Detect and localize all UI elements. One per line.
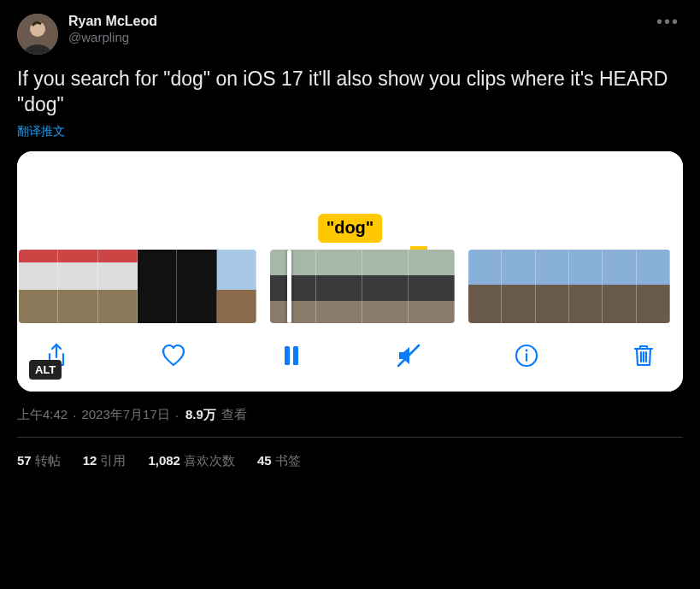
tweet-date[interactable]: 2023年7月17日 <box>81 407 169 423</box>
svg-rect-2 <box>285 346 290 365</box>
svg-point-6 <box>525 349 527 351</box>
views-label: 查看 <box>221 407 247 423</box>
info-icon[interactable] <box>511 340 542 371</box>
tweet-header: Ryan McLeod @warpling ••• <box>17 14 683 55</box>
media-top-area: "dog" <box>17 151 683 250</box>
media-attachment[interactable]: "dog" <box>17 151 683 392</box>
clip-thumbnail-group-3[interactable] <box>468 250 670 323</box>
quotes-stat[interactable]: 12引用 <box>83 453 126 469</box>
tweet-text: If you search for "dog" on iOS 17 it'll … <box>17 67 683 118</box>
svg-rect-3 <box>293 346 298 365</box>
likes-stat[interactable]: 1,082喜欢次数 <box>148 453 235 469</box>
tweet-meta: 上午4:42 · 2023年7月17日 · 8.9万 查看 <box>17 392 683 438</box>
playhead[interactable] <box>287 250 291 323</box>
trash-icon[interactable] <box>628 340 659 371</box>
tweet-stats: 57转帖 12引用 1,082喜欢次数 45书签 <box>17 438 683 469</box>
video-timeline[interactable] <box>17 250 683 323</box>
mute-icon[interactable] <box>393 340 424 371</box>
user-handle[interactable]: @warpling <box>68 30 157 44</box>
alt-badge[interactable]: ALT <box>29 360 62 380</box>
views-count[interactable]: 8.9万 <box>185 407 216 423</box>
pause-icon[interactable] <box>276 340 307 371</box>
display-name[interactable]: Ryan McLeod <box>68 14 157 29</box>
avatar[interactable] <box>17 14 58 55</box>
more-icon[interactable]: ••• <box>653 14 683 29</box>
retweets-stat[interactable]: 57转帖 <box>17 453 61 469</box>
translate-link[interactable]: 翻译推文 <box>17 124 65 139</box>
media-toolbar <box>17 323 683 392</box>
clip-thumbnail-group-1[interactable] <box>19 250 256 323</box>
bookmarks-stat[interactable]: 45书签 <box>257 453 301 469</box>
tweet-time[interactable]: 上午4:42 <box>17 407 68 423</box>
search-match-tooltip: "dog" <box>318 214 383 243</box>
heart-icon[interactable] <box>158 340 189 371</box>
user-info: Ryan McLeod @warpling <box>68 14 157 44</box>
clip-thumbnail-group-2[interactable] <box>270 250 455 323</box>
tweet-container: Ryan McLeod @warpling ••• If you search … <box>0 0 700 469</box>
